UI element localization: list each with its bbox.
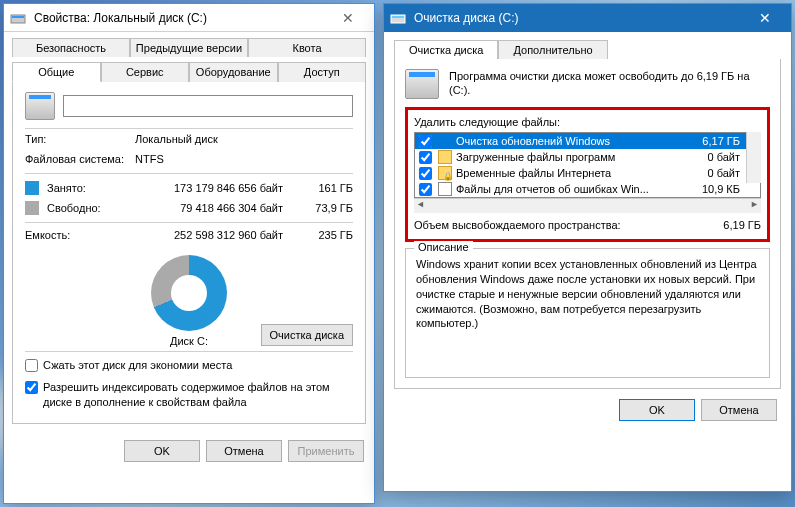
folder-icon bbox=[438, 150, 452, 164]
titlebar: Свойства: Локальный диск (C:) ✕ bbox=[4, 4, 374, 32]
tabs-row-2: Общие Сервис Оборудование Доступ bbox=[4, 56, 374, 82]
file-list[interactable]: Очистка обновлений Windows6,17 ГБЗагруже… bbox=[414, 132, 761, 198]
used-bytes: 173 179 846 656 байт bbox=[129, 182, 303, 194]
delete-files-label: Удалить следующие файлы: bbox=[414, 114, 761, 132]
titlebar: Очистка диска (C:) ✕ bbox=[384, 4, 791, 32]
used-label: Занято: bbox=[47, 182, 129, 194]
file-name: Файлы для отчетов об ошибках Win... bbox=[456, 183, 692, 195]
svg-rect-1 bbox=[12, 16, 24, 18]
capacity-bytes: 252 598 312 960 байт bbox=[131, 229, 303, 241]
ok-button[interactable]: OK bbox=[619, 399, 695, 421]
file-row[interactable]: Загруженные файлы программ0 байт bbox=[415, 149, 760, 165]
tab-quota[interactable]: Квота bbox=[248, 38, 366, 57]
tab-tools[interactable]: Сервис bbox=[101, 62, 190, 82]
disk-cleanup-dialog: Очистка диска (C:) ✕ Очистка диска Допол… bbox=[383, 3, 792, 492]
cancel-button[interactable]: Отмена bbox=[206, 440, 282, 462]
filesystem-value: NTFS bbox=[135, 153, 353, 165]
tab-previous-versions[interactable]: Предыдущие версии bbox=[130, 38, 248, 57]
files-highlight-box: Удалить следующие файлы: Очистка обновле… bbox=[405, 107, 770, 242]
disk-cleanup-button[interactable]: Очистка диска bbox=[261, 324, 353, 346]
file-size: 10,9 КБ bbox=[696, 183, 756, 195]
dialog-title: Свойства: Локальный диск (C:) bbox=[30, 11, 328, 25]
file-checkbox[interactable] bbox=[419, 151, 432, 164]
file-icon bbox=[438, 182, 452, 196]
free-swatch bbox=[25, 201, 39, 215]
folder-lock-icon bbox=[438, 166, 452, 180]
file-row[interactable]: Временные файлы Интернета0 байт bbox=[415, 165, 760, 181]
free-label: Свободно: bbox=[47, 202, 129, 214]
cleanup-intro: Программа очистки диска может освободить… bbox=[449, 69, 770, 99]
free-bytes: 79 418 466 304 байт bbox=[129, 202, 303, 214]
horizontal-scrollbar[interactable]: ◄ ► bbox=[414, 198, 761, 213]
compress-checkbox[interactable] bbox=[25, 359, 38, 372]
tab-security[interactable]: Безопасность bbox=[12, 38, 130, 57]
file-checkbox[interactable] bbox=[419, 135, 432, 148]
type-label: Тип: bbox=[25, 133, 135, 145]
compress-label: Сжать этот диск для экономии места bbox=[43, 358, 353, 372]
file-row[interactable]: Очистка обновлений Windows6,17 ГБ bbox=[415, 133, 760, 149]
drive-name-input[interactable] bbox=[63, 95, 353, 117]
cancel-button[interactable]: Отмена bbox=[701, 399, 777, 421]
vertical-scrollbar[interactable] bbox=[746, 132, 761, 183]
general-tab-content: Тип: Локальный диск Файловая система: NT… bbox=[12, 82, 366, 424]
index-checkbox[interactable] bbox=[25, 381, 38, 394]
type-value: Локальный диск bbox=[135, 133, 353, 145]
ok-button[interactable]: OK bbox=[124, 440, 200, 462]
freed-space-label: Объем высвобождаемого пространства: bbox=[414, 219, 691, 231]
tabs-row-1: Безопасность Предыдущие версии Квота bbox=[4, 32, 374, 57]
drive-icon bbox=[10, 9, 26, 27]
cleanup-tabs: Очистка диска Дополнительно bbox=[384, 32, 791, 59]
description-group: Описание Windows хранит копии всех устан… bbox=[405, 248, 770, 378]
capacity-label: Емкость: bbox=[25, 229, 131, 241]
drive-properties-dialog: Свойства: Локальный диск (C:) ✕ Безопасн… bbox=[3, 3, 375, 504]
description-text: Windows хранит копии всех установленных … bbox=[416, 257, 759, 331]
tab-cleanup[interactable]: Очистка диска bbox=[394, 40, 498, 59]
file-name: Временные файлы Интернета bbox=[456, 167, 692, 179]
file-checkbox[interactable] bbox=[419, 183, 432, 196]
tab-sharing[interactable]: Доступ bbox=[278, 62, 367, 82]
file-name: Очистка обновлений Windows bbox=[456, 135, 692, 147]
dialog-buttons: OK Отмена Применить bbox=[4, 432, 374, 470]
filesystem-label: Файловая система: bbox=[25, 153, 135, 165]
description-title: Описание bbox=[414, 241, 473, 253]
usage-donut-chart bbox=[151, 255, 227, 331]
used-swatch bbox=[25, 181, 39, 195]
dialog-buttons: OK Отмена bbox=[384, 389, 791, 421]
svg-rect-3 bbox=[392, 16, 404, 18]
close-button[interactable]: ✕ bbox=[745, 8, 785, 28]
apply-button[interactable]: Применить bbox=[288, 440, 364, 462]
tab-general[interactable]: Общие bbox=[12, 62, 101, 82]
scroll-right-icon[interactable]: ► bbox=[750, 199, 759, 213]
used-gb: 161 ГБ bbox=[303, 182, 353, 194]
dialog-title: Очистка диска (C:) bbox=[410, 11, 745, 25]
freed-space-value: 6,19 ГБ bbox=[691, 219, 761, 231]
capacity-gb: 235 ГБ bbox=[303, 229, 353, 241]
file-checkbox[interactable] bbox=[419, 167, 432, 180]
index-label: Разрешить индексировать содержимое файло… bbox=[43, 380, 353, 409]
tab-more-options[interactable]: Дополнительно bbox=[498, 40, 607, 59]
drive-icon bbox=[390, 9, 406, 27]
free-gb: 73,9 ГБ bbox=[303, 202, 353, 214]
cleanup-drive-icon bbox=[405, 69, 439, 99]
cleanup-tab-content: Программа очистки диска может освободить… bbox=[394, 59, 781, 389]
file-row[interactable]: Файлы для отчетов об ошибках Win...10,9 … bbox=[415, 181, 760, 197]
win-icon bbox=[438, 134, 452, 148]
close-button[interactable]: ✕ bbox=[328, 8, 368, 28]
tab-hardware[interactable]: Оборудование bbox=[189, 62, 278, 82]
drive-icon-large bbox=[25, 92, 55, 120]
file-name: Загруженные файлы программ bbox=[456, 151, 692, 163]
scroll-left-icon[interactable]: ◄ bbox=[416, 199, 425, 213]
